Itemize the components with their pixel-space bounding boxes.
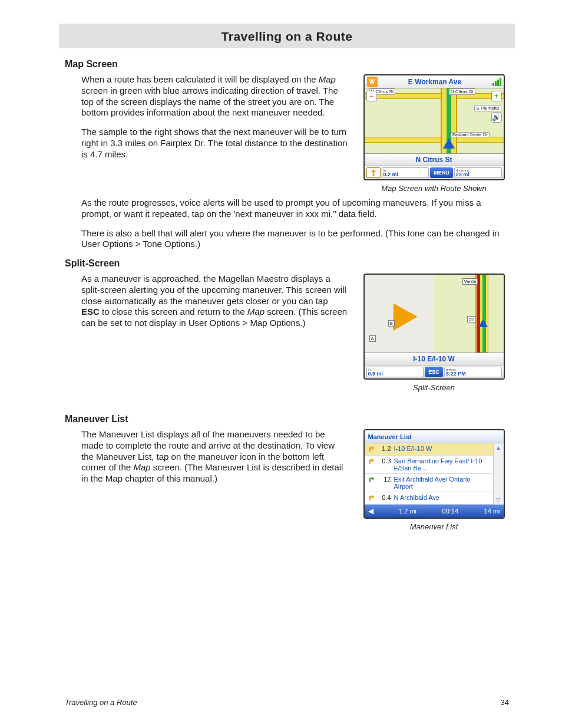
scroll-up-icon: ▲ (495, 444, 501, 451)
maneuver-list-title: Maneuver List (365, 430, 504, 443)
page-footer: Travelling on a Route 34 (65, 698, 509, 707)
maneuver-dist: 1.2 (378, 445, 391, 452)
footer-remain: 14 mi (484, 508, 500, 515)
maneuver-name: N Archibald Ave (394, 494, 491, 501)
p-mlist-1: The Maneuver List displays all of the ma… (81, 429, 348, 485)
heading-map-screen: Map Screen (65, 59, 509, 70)
p-map-4: There is also a bell that will alert you… (81, 228, 509, 251)
signal-icon (492, 78, 501, 86)
in-distance-box: in: 0.2 mi (382, 167, 429, 178)
maneuver-name: Exit Archibald Ave/ Ontario Airport (394, 476, 491, 490)
caption-fig2: Split-Screen (413, 383, 455, 392)
street-label: Eastland Center Dr (451, 132, 490, 137)
vehicle-cursor-icon (443, 138, 455, 149)
maneuver-name: San Bernardino Fwy East/ I-10 E/San Be..… (394, 457, 491, 472)
volume-icon: 🔊 (491, 112, 502, 123)
in-distance-box: in: 0.5 mi (366, 367, 424, 377)
figure-map-screen: W E Workman Ave N Citrus St N Citrus St … (363, 74, 505, 180)
heading-split-screen: Split-Screen (65, 258, 509, 269)
esc-button: ESC (425, 367, 443, 377)
maneuver-icon (367, 445, 375, 453)
distance-box: distance: 23 mi (454, 167, 502, 178)
p-map-3: As the route progresses, voice alerts wi… (81, 197, 509, 220)
menu-button: MENU (430, 167, 453, 178)
footer-title: Travelling on a Route (65, 698, 137, 707)
p-map-1: When a route has been calculated it will… (81, 74, 348, 118)
street-label: Verde (462, 278, 478, 285)
maneuver-row: 0.3San Bernardino Fwy East/ I-10 E/San B… (365, 456, 493, 474)
maneuver-list-footer: ◀ 1.2 mi 00:14 14 mi (365, 505, 504, 518)
split-street-bar: I-10 E/I-10 W (365, 353, 504, 365)
maneuver-icon (367, 457, 375, 466)
big-maneuver-arrow-icon (381, 297, 418, 331)
vehicle-cursor-icon (478, 319, 488, 327)
scrollbar: ▲ ▽ (493, 443, 504, 505)
maneuver-name: I-10 E/I-10 W (394, 445, 491, 452)
maneuver-row: 1.2I-10 E/I-10 W (365, 443, 493, 456)
p-split-1: As a maneuver is approached, the Magella… (81, 274, 348, 329)
caption-fig1: Map Screen with Route Shown (381, 184, 486, 193)
street-label: N Citrus St (449, 88, 475, 95)
figure-split-screen: Verde 57 A B I-10 E/I-10 W in: 0.5 mi ES… (363, 274, 505, 380)
point-b-label: B (388, 320, 395, 327)
highway-shield: 57 (467, 316, 476, 322)
point-a-label: A (369, 335, 376, 342)
footer-page-number: 34 (501, 698, 509, 707)
page-title: Travelling on a Route (59, 29, 515, 44)
footer-dist: 1.2 mi (399, 508, 416, 515)
arrival-box: arrival: 3:22 PM (444, 367, 502, 377)
current-street-bar: N Citrus St (365, 153, 504, 166)
maneuver-dist: 12 (378, 476, 391, 483)
page-title-bar: Travelling on a Route (59, 24, 515, 48)
p-map-2: The sample to the right shows that the n… (81, 127, 348, 160)
maneuver-row: 0.4N Archibald Ave (365, 492, 493, 505)
maneuver-dist: 0.4 (378, 494, 391, 501)
zoom-in-icon: + (491, 91, 502, 101)
maneuver-icon (367, 494, 375, 502)
turn-icon (366, 167, 381, 178)
street-label: S Palmetto (474, 105, 501, 111)
figure-maneuver-list: Maneuver List 1.2I-10 E/I-10 W0.3San Ber… (363, 429, 505, 519)
back-icon: ◀ (368, 507, 373, 515)
zoom-out-icon: − (366, 91, 377, 101)
heading-maneuver-list: Maneuver List (65, 414, 509, 424)
maneuver-icon (367, 476, 375, 484)
scroll-down-icon: ▽ (496, 497, 501, 503)
caption-fig3: Maneuver List (410, 522, 458, 531)
maneuver-row: 12Exit Archibald Ave/ Ontario Airport (365, 474, 493, 492)
maneuver-dist: 0.3 (378, 457, 391, 465)
footer-time: 00:14 (442, 508, 459, 515)
top-street-label: E Workman Ave (380, 78, 490, 86)
compass-icon: W (367, 77, 378, 87)
